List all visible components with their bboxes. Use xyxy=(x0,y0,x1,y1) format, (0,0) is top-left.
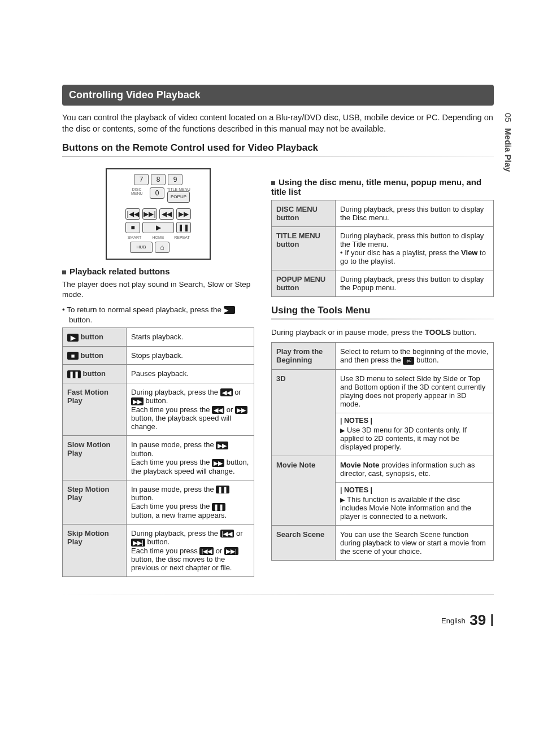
playback-buttons-table: ▶ button Starts playback. ■ button Stops… xyxy=(62,327,254,577)
page-footer: English 39 | xyxy=(62,611,494,629)
left-bullet-1: • To return to normal speed playback, pr… xyxy=(62,305,254,325)
chapter-side-tab: 05 Media Play xyxy=(503,113,513,172)
heading-underline xyxy=(271,318,494,320)
table-row: ■ button Stops playback. xyxy=(63,346,254,365)
row-desc: You can use the Search Scene function du… xyxy=(336,525,494,560)
intro-paragraph: You can control the playback of video co… xyxy=(62,112,494,134)
row-desc: Pauses playback. xyxy=(127,365,254,383)
row-desc: Use 3D menu to select Side by Side or To… xyxy=(336,369,494,456)
left-paragraph-1: The player does not play sound in Search… xyxy=(62,279,254,300)
pause-icon: ❚❚ xyxy=(216,486,229,493)
row-desc: Starts playback. xyxy=(127,328,254,347)
row-label: ❚❚ button xyxy=(63,365,127,383)
table-row: Fast Motion Play During playback, press … xyxy=(63,383,254,436)
remote-key-rew: ◀◀ xyxy=(159,208,174,220)
stop-icon: ■ xyxy=(67,352,79,360)
remote-label-title-menu: TITLE MENU xyxy=(167,187,190,191)
skip-next-icon: ▶▶| xyxy=(224,547,238,555)
notes-label: | NOTES | xyxy=(340,417,489,425)
rewind-icon: ◀◀ xyxy=(220,388,233,396)
row-desc: Movie Note provides information such as … xyxy=(336,456,494,525)
skip-prev-icon: |◀◀ xyxy=(220,530,234,537)
pause-icon: ❚❚ xyxy=(67,370,81,378)
table-row: 3D Use 3D menu to select Side by Side or… xyxy=(272,369,494,456)
row-label: Movie Note xyxy=(272,456,336,525)
page-number: 39 xyxy=(470,611,486,628)
remote-key-7: 7 xyxy=(134,174,149,185)
remote-key-9: 9 xyxy=(168,174,182,185)
tools-menu-table: Play from the Beginning Select to return… xyxy=(271,342,494,561)
right-column: Using the disc menu, title menu, popup m… xyxy=(271,165,494,569)
chapter-title: Media Play xyxy=(503,128,513,172)
row-label: POPUP MENU button xyxy=(272,270,336,297)
table-row: Step Motion Play In pause mode, press th… xyxy=(63,480,254,524)
triangle-bullet-icon: ▶ xyxy=(340,496,345,503)
play-icon: ▶ xyxy=(224,306,235,314)
table-row: Search Scene You can use the Search Scen… xyxy=(272,525,494,560)
row-label: Slow Motion Play xyxy=(63,436,127,480)
remote-key-next: ▶▶| xyxy=(142,208,157,220)
remote-key-stop: ■ xyxy=(125,222,140,233)
row-desc: During playback, press the ◀◀ or ▶▶ butt… xyxy=(127,383,254,436)
row-desc: In pause mode, press the ▶▶ button.Each … xyxy=(127,436,254,480)
ff-icon: ▶▶ xyxy=(131,397,144,405)
ff-icon: ▶▶ xyxy=(216,442,228,449)
square-bullet-icon xyxy=(271,181,275,185)
tools-heading: Using the Tools Menu xyxy=(271,305,494,316)
remote-label-home: HOME xyxy=(147,235,169,239)
remote-diagram: 7 8 9 DISC MENU 0 TITLE MENU POPUP |◀◀ ▶… xyxy=(106,168,211,260)
row-label: Play from the Beginning xyxy=(272,343,336,370)
table-row: POPUP MENU button During playback, press… xyxy=(272,270,494,297)
row-desc: During playback, press this button to di… xyxy=(336,227,494,270)
footer-bar: | xyxy=(490,612,494,626)
skip-next-icon: ▶▶| xyxy=(131,539,145,547)
table-row: ▶ button Starts playback. xyxy=(63,328,254,347)
row-label: ■ button xyxy=(63,346,127,365)
section-title-bar: Controlling Video Playback xyxy=(62,85,494,106)
tools-intro: During playback or in pause mode, press … xyxy=(271,327,494,338)
notes-label: | NOTES | xyxy=(340,486,489,494)
row-desc: During playback, press the |◀◀ or ▶▶| bu… xyxy=(127,524,254,577)
row-desc: Stops playback. xyxy=(127,346,254,365)
ff-icon: ▶▶ xyxy=(212,459,224,467)
remote-label-disc-menu: DISC MENU xyxy=(126,187,147,203)
table-row: DISC MENU button During playback, press … xyxy=(272,200,494,227)
disc-menu-heading: Using the disc menu, title menu, popup m… xyxy=(271,177,494,196)
table-row: Movie Note Movie Note provides informati… xyxy=(272,456,494,525)
row-desc: During playback, press this button to di… xyxy=(336,270,494,297)
chapter-number: 05 xyxy=(503,113,513,123)
row-label: Step Motion Play xyxy=(63,480,127,524)
remote-heading: Buttons on the Remote Control used for V… xyxy=(62,142,494,154)
footer-language: English xyxy=(441,617,466,625)
skip-prev-icon: |◀◀ xyxy=(199,547,214,555)
playback-related-heading: Playback related buttons xyxy=(62,266,254,276)
row-label: TITLE MENU button xyxy=(272,227,336,270)
table-row: Play from the Beginning Select to return… xyxy=(272,343,494,370)
row-label: ▶ button xyxy=(63,328,127,347)
note-item: ▶This function is available if the disc … xyxy=(340,495,489,521)
row-label: Fast Motion Play xyxy=(63,383,127,436)
note-item: ▶Use 3D menu for 3D contents only. If ap… xyxy=(340,426,489,451)
remote-key-pause: ❚❚ xyxy=(176,222,191,233)
row-label: 3D xyxy=(272,369,336,456)
remote-key-home: ⌂ xyxy=(155,242,169,253)
remote-key-8: 8 xyxy=(151,174,166,185)
heading-underline xyxy=(62,156,494,157)
remote-key-hub: HUB xyxy=(130,242,153,253)
remote-key-0: 0 xyxy=(150,187,164,199)
row-desc: In pause mode, press the ❚❚ button.Each … xyxy=(127,480,254,524)
table-row: TITLE MENU button During playback, press… xyxy=(272,227,494,270)
ff-icon: ▶▶ xyxy=(235,406,247,414)
table-row: Slow Motion Play In pause mode, press th… xyxy=(63,436,254,480)
rewind-icon: ◀◀ xyxy=(212,406,224,414)
row-label: DISC MENU button xyxy=(272,200,336,227)
remote-key-ff: ▶▶ xyxy=(176,208,191,220)
row-desc: Select to return to the beginning of the… xyxy=(336,343,494,370)
play-icon: ▶ xyxy=(67,334,79,342)
row-desc: During playback, press this button to di… xyxy=(336,200,494,227)
remote-key-play: ▶ xyxy=(142,222,174,233)
remote-label-smart: SMART xyxy=(124,235,145,239)
footer-rule xyxy=(62,594,494,595)
triangle-bullet-icon: ▶ xyxy=(340,427,345,434)
remote-key-prev: |◀◀ xyxy=(125,208,140,220)
